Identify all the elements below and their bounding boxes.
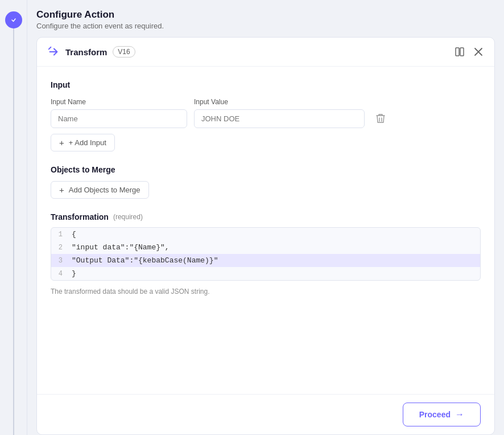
add-objects-button[interactable]: + Add Objects to Merge [51, 181, 149, 199]
step-circle [5, 11, 22, 28]
objects-section-title: Objects to Merge [51, 165, 481, 174]
proceed-label: Proceed [419, 410, 451, 419]
version-badge: V16 [113, 46, 135, 58]
sidebar-line [13, 28, 14, 435]
delete-input-button[interactable] [371, 109, 390, 128]
svg-point-0 [10, 17, 17, 23]
page-header: Configure Action Configure the action ev… [36, 9, 495, 30]
plus-icon: + [59, 138, 64, 147]
configure-card: Transform V16 Input [36, 37, 495, 435]
code-lines: 1{2"input data":"{Name}",3"Output Data":… [51, 228, 480, 280]
input-name-field[interactable] [51, 109, 187, 128]
input-value-label: Input Value [194, 98, 365, 106]
line-content-3: "Output Data":"{kebabCase(Name)}" [67, 254, 480, 267]
input-name-label: Input Name [51, 98, 187, 106]
transform-icon [47, 46, 60, 58]
svg-rect-2 [460, 48, 464, 56]
add-input-label: + Add Input [69, 138, 106, 147]
add-input-button[interactable]: + + Add Input [51, 134, 115, 151]
card-body: Input Input Name Input Value [37, 67, 494, 394]
card-title: Transform [65, 47, 107, 57]
line-number-1: 1 [51, 228, 67, 240]
add-objects-label: Add Objects to Merge [69, 186, 141, 194]
expand-button[interactable] [453, 46, 466, 58]
page-title: Configure Action [36, 9, 495, 20]
required-label: (required) [113, 213, 143, 221]
objects-section: Objects to Merge + Add Objects to Merge [51, 165, 481, 199]
line-number-2: 2 [51, 241, 67, 253]
input-section-title: Input [51, 80, 481, 89]
input-section: Input Input Name Input Value [51, 80, 481, 151]
code-hint: The transformed data should be a valid J… [51, 285, 481, 298]
line-content-1: { [67, 228, 480, 241]
line-number-4: 4 [51, 268, 67, 280]
card-header-actions [453, 46, 484, 58]
code-line-2: 2"input data":"{Name}", [51, 241, 480, 254]
plus-icon-objects: + [59, 186, 64, 194]
code-line-3: 3"Output Data":"{kebabCase(Name)}" [51, 254, 480, 267]
line-number-3: 3 [51, 255, 67, 266]
close-button[interactable] [473, 46, 484, 58]
code-line-1: 1{ [51, 228, 480, 241]
transformation-title: Transformation [51, 212, 109, 221]
input-name-group: Input Name [51, 98, 187, 128]
code-line-4: 4} [51, 267, 480, 280]
sidebar [0, 0, 27, 435]
line-content-2: "input data":"{Name}", [67, 241, 480, 254]
page-subtitle: Configure the action event as required. [36, 22, 495, 30]
proceed-arrow-icon: → [455, 409, 464, 420]
proceed-button[interactable]: Proceed → [403, 403, 481, 426]
card-header: Transform V16 [37, 38, 494, 67]
line-content-4: } [67, 267, 480, 280]
svg-rect-1 [456, 48, 459, 56]
transformation-section: Transformation (required) 1{2"input data… [51, 212, 481, 298]
card-footer: Proceed → [37, 394, 494, 434]
main-content: Configure Action Configure the action ev… [27, 0, 504, 435]
transformation-header: Transformation (required) [51, 212, 481, 221]
input-value-field[interactable] [194, 109, 365, 128]
input-value-group: Input Value [194, 98, 365, 128]
code-editor[interactable]: 1{2"input data":"{Name}",3"Output Data":… [51, 227, 481, 281]
